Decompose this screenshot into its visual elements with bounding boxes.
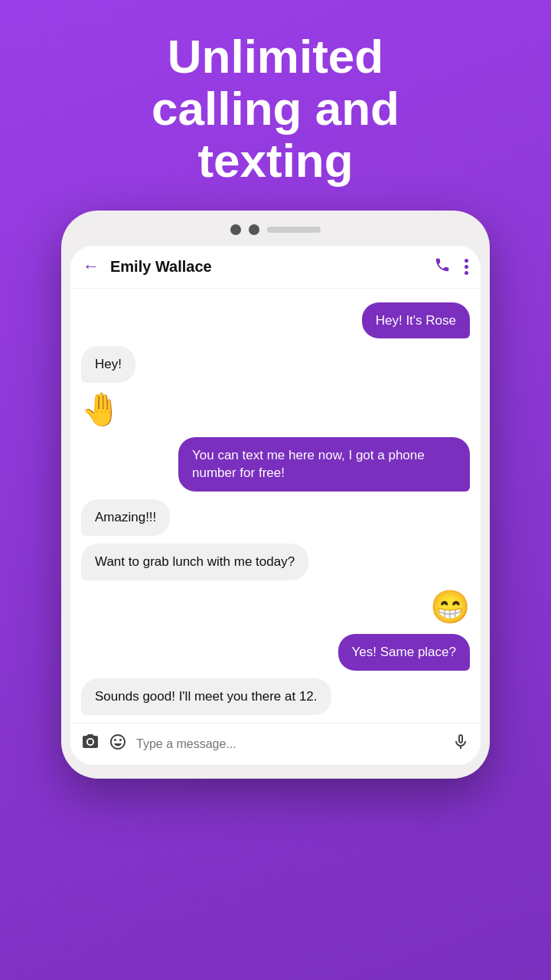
bubble-received-2: Hey!: [81, 346, 135, 383]
message-row-2: Hey!: [81, 346, 470, 383]
message-row-8: Yes! Same place?: [81, 634, 470, 671]
bubble-sent-1: Hey! It's Rose: [362, 302, 470, 339]
mic-icon[interactable]: [452, 733, 470, 756]
bubble-received-6: Want to grab lunch with me today?: [81, 544, 308, 580]
message-row-1: Hey! It's Rose: [81, 302, 470, 339]
sensor-dot: [249, 224, 259, 235]
message-row-4: You can text me here now, I got a phone …: [81, 437, 470, 492]
bubble-sent-4: You can text me here now, I got a phone …: [178, 437, 470, 492]
bubble-received-5: Amazing!!!: [81, 499, 170, 536]
more-button[interactable]: [465, 259, 468, 275]
emoji-wave: 🤚: [81, 390, 121, 429]
chat-messages-list: Hey! It's Rose Hey! 🤚 You can text me he…: [70, 289, 481, 723]
camera-dot: [230, 224, 241, 235]
contact-name: Emily Wallace: [110, 258, 434, 276]
message-row-5: Amazing!!!: [81, 499, 470, 536]
hero-title: Unlimited calling and texting: [106, 0, 445, 211]
phone-screen: ← Emily Wallace Hey! It's Rose: [70, 246, 481, 765]
camera-icon[interactable]: [81, 733, 99, 756]
message-input[interactable]: [136, 737, 442, 751]
emoji-picker-icon[interactable]: [109, 733, 127, 756]
bubble-sent-8: Yes! Same place?: [338, 634, 470, 671]
message-row-6: Want to grab lunch with me today?: [81, 544, 470, 580]
chat-header: ← Emily Wallace: [70, 246, 481, 289]
call-button[interactable]: [434, 256, 451, 277]
header-icons: [434, 256, 468, 277]
emoji-grin: 😁: [430, 588, 470, 626]
message-row-3: 🤚: [81, 390, 470, 429]
back-button[interactable]: ←: [83, 256, 99, 276]
message-row-7: 😁: [81, 588, 470, 626]
chat-input-bar: [70, 723, 481, 765]
phone-notch: [70, 224, 481, 235]
message-row-9: Sounds good! I'll meet you there at 12.: [81, 678, 470, 715]
phone-mockup: ← Emily Wallace Hey! It's Rose: [61, 211, 490, 779]
bubble-received-9: Sounds good! I'll meet you there at 12.: [81, 678, 331, 715]
phone-speaker: [267, 227, 321, 233]
